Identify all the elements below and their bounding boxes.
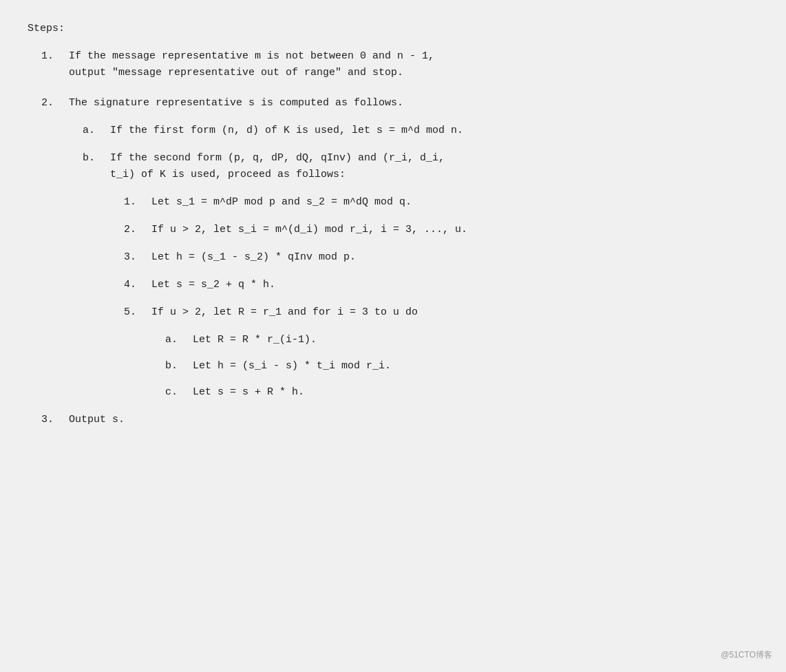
nested-step-5: 5. If u > 2, let R = r_1 and for i = 3 t…: [28, 304, 758, 321]
step-2b-label: b.: [83, 150, 110, 183]
step-2a-text: If the first form (n, d) of K is used, l…: [110, 123, 758, 139]
nested-3-text: Let h = (s_1 - s_2) * qInv mod p.: [151, 249, 758, 266]
step-1-line1: If the message representative m is not b…: [69, 48, 758, 65]
step-2b: b. If the second form (p, q, dP, dQ, qIn…: [28, 150, 758, 183]
nested-5-label: 5.: [124, 304, 151, 321]
steps-title: Steps:: [28, 23, 65, 34]
deep-b-label: b.: [165, 358, 193, 375]
deep-a-label: a.: [165, 332, 193, 348]
step-2: 2. The signature representative s is com…: [28, 95, 758, 112]
nested-2-label: 2.: [124, 222, 151, 238]
watermark: @51CTO博客: [721, 649, 772, 661]
nested-step-4: 4. Let s = s_2 + q * h.: [28, 277, 758, 293]
step-2b-line1: If the second form (p, q, dP, dQ, qInv) …: [110, 150, 758, 167]
step-1-text: If the message representative m is not b…: [69, 48, 758, 81]
step-2b-line2: t_i) of K is used, proceed as follows:: [110, 167, 758, 183]
nested-5-text: If u > 2, let R = r_1 and for i = 3 to u…: [151, 304, 758, 321]
deep-b-text: Let h = (s_i - s) * t_i mod r_i.: [193, 358, 758, 375]
step-1-line2: output "message representative out of ra…: [69, 65, 758, 81]
deep-step-c: c. Let s = s + R * h.: [28, 384, 758, 401]
step-3-number: 3.: [41, 412, 69, 428]
nested-4-text: Let s = s_2 + q * h.: [151, 277, 758, 293]
nested-step-1: 1. Let s_1 = m^dP mod p and s_2 = m^dQ m…: [28, 194, 758, 211]
nested-3-label: 3.: [124, 249, 151, 266]
nested-4-label: 4.: [124, 277, 151, 293]
deep-c-label: c.: [165, 384, 193, 401]
nested-1-text: Let s_1 = m^dP mod p and s_2 = m^dQ mod …: [151, 194, 758, 211]
step-2-text: The signature representative s is comput…: [69, 95, 758, 112]
main-container: Steps: 1. If the message representative …: [0, 0, 786, 672]
step-2a: a. If the first form (n, d) of K is used…: [28, 123, 758, 139]
steps-label: Steps:: [28, 21, 758, 37]
content-area: Steps: 1. If the message representative …: [28, 21, 758, 428]
step-1-number: 1.: [41, 48, 69, 81]
deep-step-a: a. Let R = R * r_(i-1).: [28, 332, 758, 348]
deep-c-text: Let s = s + R * h.: [193, 384, 758, 401]
nested-step-2: 2. If u > 2, let s_i = m^(d_i) mod r_i, …: [28, 222, 758, 238]
nested-1-label: 1.: [124, 194, 151, 211]
nested-step-3: 3. Let h = (s_1 - s_2) * qInv mod p.: [28, 249, 758, 266]
step-2b-text: If the second form (p, q, dP, dQ, qInv) …: [110, 150, 758, 183]
step-2a-label: a.: [83, 123, 110, 139]
nested-2-text: If u > 2, let s_i = m^(d_i) mod r_i, i =…: [151, 222, 758, 238]
deep-step-b: b. Let h = (s_i - s) * t_i mod r_i.: [28, 358, 758, 375]
deep-a-text: Let R = R * r_(i-1).: [193, 332, 758, 348]
step-3-text: Output s.: [69, 412, 758, 428]
step-3: 3. Output s.: [28, 412, 758, 428]
step-1: 1. If the message representative m is no…: [28, 48, 758, 81]
step-2-number: 2.: [41, 95, 69, 112]
